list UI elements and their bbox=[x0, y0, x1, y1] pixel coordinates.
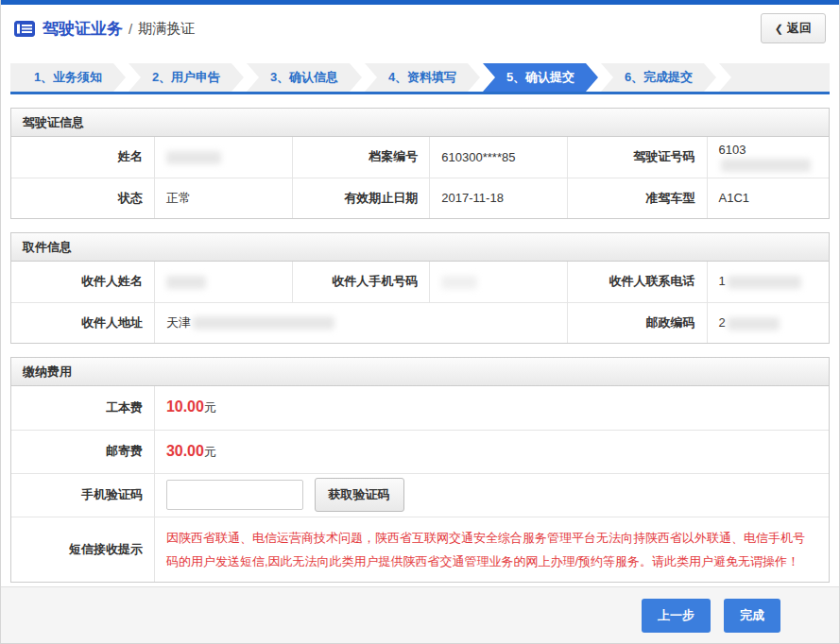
previous-step-button[interactable]: 上一步 bbox=[642, 599, 711, 633]
recipient-name-label: 收件人姓名 bbox=[11, 262, 154, 302]
postage-fee-label: 邮寄费 bbox=[11, 430, 154, 473]
get-sms-code-button[interactable]: 获取验证码 bbox=[315, 478, 404, 512]
pickup-info-section: 取件信息 收件人姓名 收件人手机号码 收件人联系电话 1 收件人地址 天津 邮政… bbox=[10, 232, 830, 344]
name-label: 姓名 bbox=[11, 137, 154, 178]
sms-code-input[interactable] bbox=[166, 480, 303, 510]
page-title: 驾驶证业务 bbox=[43, 18, 123, 40]
step-wizard: 1、业务须知 2、用户申告 3、确认信息 4、资料填写 5、确认提交 6、完成提… bbox=[10, 63, 830, 94]
back-button-label: 返回 bbox=[787, 21, 812, 35]
table-row: 工本费 10.00元 bbox=[11, 386, 829, 430]
breadcrumb-current: 期满换证 bbox=[138, 20, 195, 38]
step-bar-filler bbox=[719, 63, 830, 92]
breadcrumb-separator: / bbox=[129, 21, 132, 37]
license-number-label: 驾驶证号码 bbox=[567, 137, 707, 178]
production-fee-label: 工本费 bbox=[11, 386, 154, 430]
sms-notice-label: 短信接收提示 bbox=[11, 517, 154, 582]
name-value bbox=[154, 137, 292, 178]
table-row: 收件人姓名 收件人手机号码 收件人联系电话 1 bbox=[11, 262, 829, 302]
table-row: 状态 正常 有效期止日期 2017-11-18 准驾车型 A1C1 bbox=[11, 178, 829, 218]
step-1-business-notice[interactable]: 1、业务须知 bbox=[10, 63, 126, 92]
finish-button[interactable]: 完成 bbox=[724, 599, 780, 633]
sms-notice-text: 因陕西省联通、电信运营商技术问题，陕西省互联网交通安全综合服务管理平台无法向持陕… bbox=[155, 517, 829, 582]
step-4-fill-data[interactable]: 4、资料填写 bbox=[365, 63, 480, 92]
sms-notice-cell: 因陕西省联通、电信运营商技术问题，陕西省互联网交通安全综合服务管理平台无法向持陕… bbox=[154, 517, 829, 582]
pickup-info-table: 收件人姓名 收件人手机号码 收件人联系电话 1 收件人地址 天津 邮政编码 2 bbox=[11, 262, 829, 343]
table-row: 邮寄费 30.00元 bbox=[11, 430, 829, 473]
recipient-name-value bbox=[154, 262, 292, 302]
license-number-value: 6103 bbox=[707, 137, 829, 178]
recipient-address-value: 天津 bbox=[154, 302, 567, 343]
archive-number-value: 610300****85 bbox=[430, 137, 567, 178]
vehicle-class-label: 准驾车型 bbox=[567, 178, 707, 218]
fees-section-title: 缴纳费用 bbox=[11, 358, 829, 386]
redacted-value bbox=[728, 317, 780, 330]
recipient-phone-value: 1 bbox=[707, 262, 829, 302]
fees-table: 工本费 10.00元 邮寄费 30.00元 手机验证码 获取验证码 短信接收提示… bbox=[11, 386, 829, 582]
recipient-mobile-value bbox=[430, 262, 567, 302]
sms-code-label: 手机验证码 bbox=[11, 473, 154, 517]
recipient-phone-label: 收件人联系电话 bbox=[567, 262, 707, 302]
vehicle-class-value: A1C1 bbox=[707, 178, 829, 218]
window: 驾驶证业务 / 期满换证 ❮返回 1、业务须知 2、用户申告 3、确认信息 4、… bbox=[0, 0, 840, 644]
redacted-value bbox=[728, 276, 801, 289]
postage-fee-value: 30.00元 bbox=[154, 430, 829, 473]
table-row: 手机验证码 获取验证码 bbox=[11, 473, 829, 517]
table-row: 短信接收提示 因陕西省联通、电信运营商技术问题，陕西省互联网交通安全综合服务管理… bbox=[11, 517, 829, 582]
postal-code-label: 邮政编码 bbox=[567, 302, 707, 343]
redacted-value bbox=[721, 159, 811, 172]
expiry-date-value: 2017-11-18 bbox=[430, 178, 567, 218]
license-info-section: 驾驶证信息 姓名 档案编号 610300****85 驾驶证号码 6103 状态… bbox=[10, 108, 830, 219]
table-row: 收件人地址 天津 邮政编码 2 bbox=[11, 302, 829, 343]
step-6-finish-submit[interactable]: 6、完成提交 bbox=[601, 63, 716, 92]
status-value: 正常 bbox=[154, 178, 292, 218]
postal-code-value: 2 bbox=[707, 302, 829, 343]
expiry-date-label: 有效期止日期 bbox=[293, 178, 430, 218]
redacted-value bbox=[193, 316, 334, 330]
redacted-value bbox=[166, 276, 206, 289]
page-header: 驾驶证业务 / 期满换证 ❮返回 bbox=[1, 5, 839, 52]
pickup-section-title: 取件信息 bbox=[11, 233, 829, 262]
recipient-mobile-label: 收件人手机号码 bbox=[293, 262, 430, 302]
step-2-user-declaration[interactable]: 2、用户申告 bbox=[129, 63, 244, 92]
license-section-title: 驾驶证信息 bbox=[11, 109, 829, 137]
redacted-value bbox=[441, 276, 477, 289]
step-5-confirm-submit[interactable]: 5、确认提交 bbox=[483, 63, 598, 92]
step-3-confirm-info[interactable]: 3、确认信息 bbox=[247, 63, 362, 92]
table-row: 姓名 档案编号 610300****85 驾驶证号码 6103 bbox=[11, 137, 829, 178]
recipient-address-label: 收件人地址 bbox=[11, 302, 154, 343]
footer-action-bar: 上一步 完成 bbox=[1, 586, 839, 643]
fees-section: 缴纳费用 工本费 10.00元 邮寄费 30.00元 手机验证码 获取验证码 短… bbox=[10, 357, 830, 583]
list-icon bbox=[14, 21, 35, 37]
sms-code-cell: 获取验证码 bbox=[154, 473, 829, 517]
status-label: 状态 bbox=[11, 178, 154, 218]
production-fee-value: 10.00元 bbox=[154, 386, 829, 430]
redacted-value bbox=[166, 151, 221, 164]
chevron-left-icon: ❮ bbox=[775, 23, 783, 34]
back-button[interactable]: ❮返回 bbox=[761, 13, 826, 43]
license-info-table: 姓名 档案编号 610300****85 驾驶证号码 6103 状态 正常 有效… bbox=[11, 137, 829, 218]
archive-number-label: 档案编号 bbox=[293, 137, 430, 178]
